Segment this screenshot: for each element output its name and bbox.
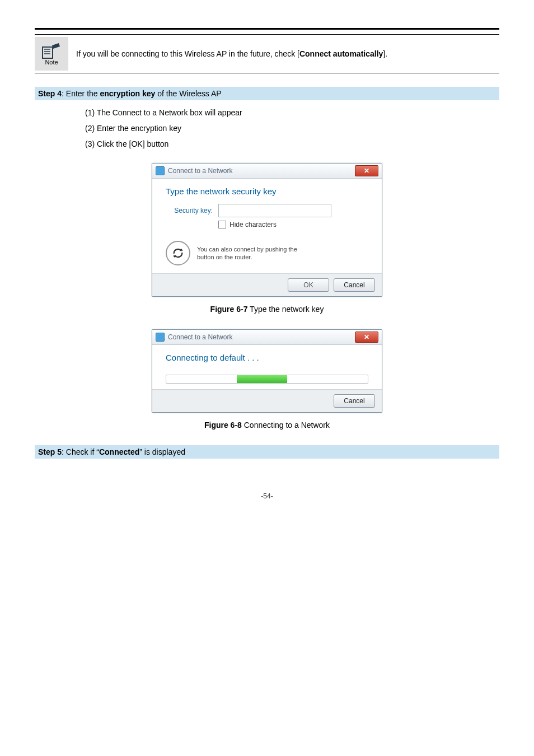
close-icon: ✕ [364, 167, 369, 175]
dialog-title: Connect to a Network [156, 333, 232, 342]
wps-text: You can also connect by pushing the butt… [197, 245, 297, 262]
dialog-button-bar: Cancel [152, 389, 382, 412]
close-button[interactable]: ✕ [355, 332, 378, 343]
step4-heading: Step 4: Enter the encryption key of the … [35, 87, 499, 100]
list-item: (3) Click the [OK] button [85, 136, 499, 152]
document-page: Note If you will be connecting to this W… [0, 0, 534, 522]
connecting-text: Connecting to default . . . [166, 353, 368, 362]
dialog-body: Type the network security key Security k… [152, 179, 382, 273]
progress-bar [166, 375, 368, 384]
wps-icon [166, 241, 190, 265]
step5-heading: Step 5: Check if “Connected” is displaye… [35, 445, 499, 459]
security-key-row: Security key: [166, 204, 368, 217]
dialog-title: Connect to a Network [156, 166, 232, 175]
progress-chunk [237, 375, 287, 383]
cancel-button[interactable]: Cancel [334, 278, 375, 292]
network-icon [156, 333, 165, 342]
figure-6-8-caption: Figure 6-8 Connecting to a Network [35, 421, 499, 430]
list-item: (2) Enter the encryption key [85, 120, 499, 136]
wps-row: You can also connect by pushing the butt… [166, 241, 368, 265]
connecting-dialog: Connect to a Network ✕ Connecting to def… [152, 329, 382, 413]
security-key-label: Security key: [166, 207, 218, 214]
dialog-button-bar: OK Cancel [152, 273, 382, 296]
security-key-input[interactable] [218, 204, 331, 217]
note-icon: Note [35, 37, 68, 71]
header-rule-top [35, 28, 499, 30]
note-rule-bottom [35, 73, 499, 73]
svg-rect-0 [43, 47, 53, 58]
figure-6-7-wrap: Connect to a Network ✕ Type the network … [35, 163, 499, 297]
ok-button[interactable]: OK [288, 278, 329, 292]
connect-network-dialog: Connect to a Network ✕ Type the network … [152, 163, 382, 297]
note-text: If you will be connecting to this Wirele… [76, 49, 387, 58]
hide-characters-row[interactable]: Hide characters [218, 221, 368, 228]
note-callout: Note If you will be connecting to this W… [35, 35, 499, 73]
page-number: -54- [35, 492, 499, 500]
close-button[interactable]: ✕ [355, 165, 378, 176]
cancel-button[interactable]: Cancel [334, 394, 375, 408]
network-icon [156, 166, 165, 175]
step4-list: (1) The Connect to a Network box will ap… [85, 105, 499, 152]
figure-6-8-wrap: Connect to a Network ✕ Connecting to def… [35, 329, 499, 413]
list-item: (1) The Connect to a Network box will ap… [85, 105, 499, 120]
dialog-body: Connecting to default . . . [152, 345, 382, 389]
hide-characters-checkbox[interactable] [218, 221, 226, 228]
dialog-heading: Type the network security key [166, 186, 368, 196]
hide-characters-label: Hide characters [229, 221, 277, 228]
dialog-titlebar: Connect to a Network ✕ [152, 330, 382, 345]
figure-6-7-caption: Figure 6-7 Type the network key [35, 305, 499, 314]
close-icon: ✕ [364, 333, 369, 341]
note-badge-label: Note [45, 59, 58, 66]
dialog-titlebar: Connect to a Network ✕ [152, 164, 382, 179]
